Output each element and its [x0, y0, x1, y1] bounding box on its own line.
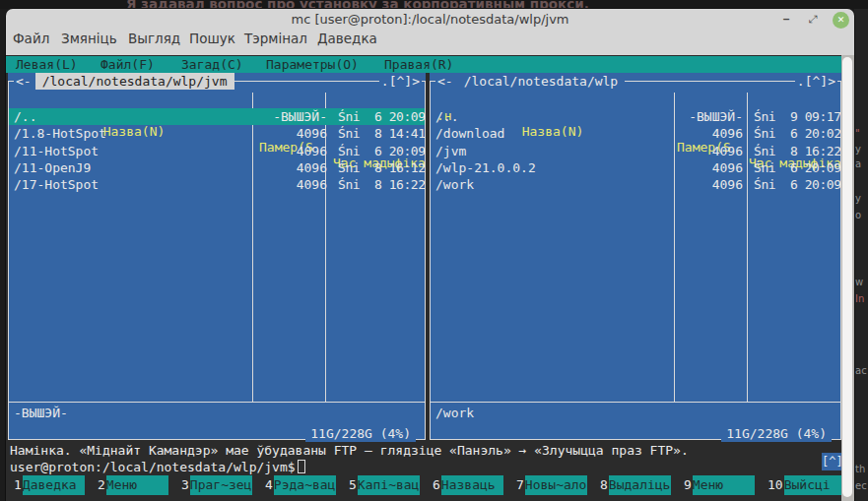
panel-path[interactable]: <- /local/notesdata/wlp [435, 73, 625, 90]
file-size: 4096 [264, 125, 333, 142]
menu-edit[interactable]: Змяніць [61, 31, 117, 55]
fkey-view[interactable]: 3 Праг~зець [177, 475, 261, 495]
panel-corner-marker[interactable]: .[^]> [379, 73, 422, 90]
bg-fragment: ас [855, 365, 867, 376]
titlebar[interactable]: mc [user@proton]:/local/notesdata/wlp/jv… [6, 9, 854, 31]
fkey-menu[interactable]: 2 Меню [94, 475, 177, 495]
file-list: /.. -ВЫШЭЙ- Śni 6 20:09 /1.8-HotSpot 409… [9, 108, 425, 193]
fkey-edit[interactable]: 4 Рэда~ваць [261, 475, 345, 495]
file-size: 4096 [264, 159, 333, 176]
fkey-label: Даведка [23, 475, 85, 495]
function-key-bar: 1 Даведка 2 Меню 3 Праг~зець 4 Рэда~ваць [6, 475, 841, 495]
mc-menu-left[interactable]: Левая(L) [16, 56, 78, 73]
file-row[interactable]: /17-HotSpot 4096 Śni 8 16:22 [9, 176, 425, 193]
file-name: /jvm [431, 143, 680, 159]
file-mtime: Śni 6 20:09 [749, 176, 840, 193]
fkey-label: Праг~зець [190, 475, 252, 495]
terminal-window: mc [user@proton]:/local/notesdata/wlp/jv… [6, 9, 854, 501]
command-line[interactable]: user@proton:/local/notesdata/wlp/jvm$ [10, 459, 305, 475]
file-list: /.. -ВЫШЭЙ- Śni 9 09:17 /download 4096 Ś… [431, 108, 840, 193]
mini-status-separator [431, 402, 840, 403]
file-size: 4096 [680, 176, 749, 193]
fkey-mkdir[interactable]: 7 Новы~алог [512, 475, 596, 495]
mc-menubar: Левая(L) Файл(F) Загад(C) Параметры(O) П… [6, 56, 841, 73]
file-mtime: Śni 8 14:41 [333, 125, 425, 142]
file-mtime: Śni 6 20:09 [333, 143, 425, 159]
mc-menu-right[interactable]: Правая(R) [384, 56, 453, 73]
fkey-quit[interactable]: 10 Выйсці [764, 475, 841, 495]
background-clipped-text: Я задавал вопрос про установку за корпор… [126, 0, 589, 9]
file-row[interactable]: /1.8-HotSpot 4096 Śni 8 14:41 [9, 125, 425, 142]
left-panel: <- /local/notesdata/wlp/jvm .[^]> .н Наз… [8, 73, 426, 440]
fkey-number: 6 [429, 475, 441, 495]
file-name: /wlp-21.0.0.2 [431, 159, 680, 176]
right-panel: <- /local/notesdata/wlp .[^]> .н Назва(N… [430, 73, 841, 440]
disk-usage: 11G/228G (4%) [305, 425, 416, 442]
file-row[interactable]: /.. -ВЫШЭЙ- Śni 9 09:17 [431, 108, 840, 125]
scrollbar-thumb[interactable] [842, 57, 852, 497]
mc-menu-file[interactable]: Файл(F) [100, 56, 155, 73]
fkey-label: Выйсці [784, 475, 841, 495]
scroll-up-marker[interactable]: [^] [822, 453, 841, 470]
close-button[interactable]: ✕ [833, 12, 849, 29]
fkey-number: 7 [512, 475, 525, 495]
terminal-scrollbar[interactable] [841, 55, 854, 501]
file-row[interactable]: /jvm 4096 Śni 8 16:22 [431, 143, 840, 159]
file-name: /17-HotSpot [9, 176, 264, 193]
background-window-right: " у а у о w In ас th ес [854, 9, 868, 501]
window-title: mc [user@proton]:/local/notesdata/wlp/jv… [6, 12, 854, 27]
bg-fragment: о [855, 210, 861, 220]
shell-prompt: user@proton:/local/notesdata/wlp/jvm$ [10, 460, 296, 474]
menu-file[interactable]: Файл [13, 31, 49, 55]
file-row[interactable]: /download 4096 Śni 6 20:02 [431, 125, 840, 142]
panel-corner-marker[interactable]: .[^]> [795, 73, 837, 90]
file-row[interactable]: /wlp-21.0.0.2 4096 Śni 6 20:09 [431, 159, 840, 176]
file-name: /11-OpenJ9 [9, 159, 264, 176]
panel-path-text: /local/notesdata/wlp [457, 73, 626, 90]
mini-status-separator [9, 402, 425, 403]
menu-terminal[interactable]: Тэрмінал [244, 31, 307, 55]
file-name: /.. [431, 108, 680, 125]
file-mtime: Śni 6 20:09 [333, 108, 425, 125]
fkey-copy[interactable]: 5 Капі~ваць [345, 475, 429, 495]
menu-help[interactable]: Даведка [317, 31, 377, 55]
fkey-delete[interactable]: 8 Выдаліць [596, 475, 680, 495]
fkey-number: 9 [680, 475, 693, 495]
file-row[interactable]: /.. -ВЫШЭЙ- Śni 6 20:09 [9, 108, 425, 125]
file-mtime: Śni 6 20:09 [749, 159, 840, 176]
mc-menu-options[interactable]: Параметры(O) [266, 56, 359, 73]
panel-header: .н Назва(N) Памер(S Час мадыфіка [431, 93, 840, 108]
file-name: /1.8-HotSpot [9, 125, 264, 142]
fkey-rename[interactable]: 6 Назваць [429, 475, 512, 495]
file-size: 4096 [680, 159, 749, 176]
fkey-number: 10 [764, 475, 784, 495]
fkey-help[interactable]: 1 Даведка [10, 475, 94, 495]
file-size: 4096 [264, 143, 333, 159]
file-size: 4096 [680, 125, 749, 142]
file-size: 4096 [264, 176, 333, 193]
mc-screen: Левая(L) Файл(F) Загад(C) Параметры(O) П… [6, 55, 841, 501]
fkey-number: 1 [10, 475, 23, 495]
file-mtime: Śni 8 16:22 [333, 176, 425, 193]
menu-search[interactable]: Пошук [189, 31, 235, 55]
panel-path[interactable]: <- /local/notesdata/wlp/jvm [14, 73, 234, 90]
mc-menu-command[interactable]: Загад(C) [181, 56, 243, 73]
file-row[interactable]: /work 4096 Śni 6 20:09 [431, 176, 840, 193]
fkey-label: Капі~ваць [358, 475, 420, 495]
maximize-button[interactable]: ⤢ [804, 11, 822, 29]
file-row[interactable]: /11-OpenJ9 4096 Śni 8 16:12 [9, 159, 425, 176]
file-row[interactable]: /11-HotSpot 4096 Śni 6 20:09 [9, 143, 425, 159]
disk-usage: 11G/228G (4%) [721, 425, 832, 442]
menu-view[interactable]: Выгляд [128, 31, 180, 55]
fkey-number: 8 [596, 475, 609, 495]
fkey-pulldown-menu[interactable]: 9 Меню [680, 475, 764, 495]
file-mtime: Śni 8 16:12 [333, 159, 425, 176]
fkey-label: Меню [693, 475, 755, 495]
fkey-number: 4 [261, 475, 274, 495]
file-size: -ВЫШЭЙ- [680, 108, 749, 125]
fkey-label: Рэда~ваць [274, 475, 336, 495]
minimize-button[interactable]: – [777, 11, 795, 29]
bg-fragment: w [855, 277, 863, 287]
mini-status: -ВЫШЭЙ- [14, 405, 68, 421]
text-cursor [298, 460, 305, 473]
